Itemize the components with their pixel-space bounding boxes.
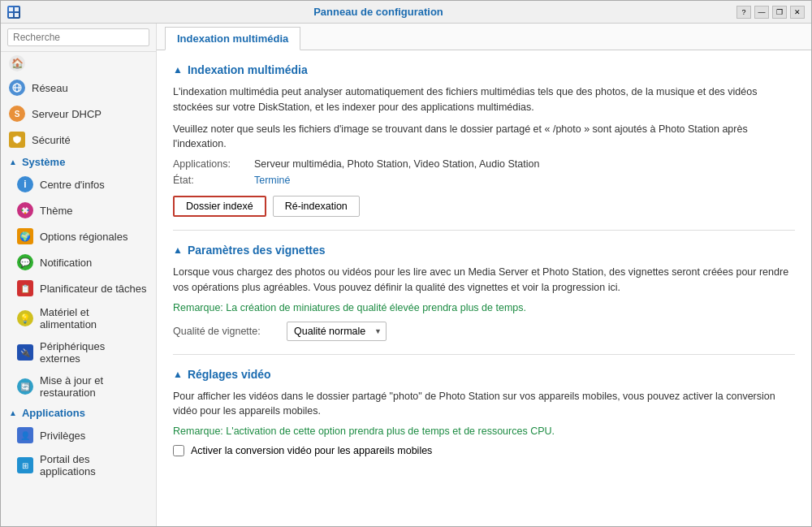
section2-note: Remarque: La création de miniatures de q…	[173, 302, 795, 313]
main-window: Panneau de configuration ? — ❐ ✕ 🏠 Résea	[0, 0, 812, 527]
window-controls: ? — ❐ ✕	[736, 6, 805, 19]
svg-point-10	[24, 212, 26, 214]
notification-icon: 💬	[17, 254, 33, 270]
sidebar-label-mise-a-jour: Mise à jour et restauration	[40, 374, 148, 399]
help-button[interactable]: ?	[736, 6, 751, 19]
sidebar-label-portail: Portail des applications	[40, 453, 148, 477]
sidebar-label-materiel: Matériel et alimentation	[40, 306, 148, 330]
app-icon	[7, 6, 20, 19]
search-container	[1, 24, 156, 52]
titlebar-left	[7, 6, 20, 19]
section2-collapse[interactable]: ▲	[173, 244, 183, 256]
tab-indexation[interactable]: Indexation multimédia	[165, 27, 300, 50]
sidebar-item-reseau[interactable]: Réseau	[1, 75, 156, 101]
applications-row: Applications: Serveur multimédia, Photo …	[173, 158, 795, 170]
applications-value: Serveur multimédia, Photo Station, Video…	[254, 158, 539, 170]
sidebar-label-dhcp: Serveur DHCP	[32, 108, 102, 120]
quality-label: Qualité de vignette:	[173, 326, 287, 337]
etat-row: État: Terminé	[173, 175, 795, 186]
sidebar-item-planificateur[interactable]: 📋 Planificateur de tâches	[1, 275, 156, 301]
section3-collapse[interactable]: ▲	[173, 369, 183, 380]
restore-button[interactable]: ❐	[772, 6, 787, 19]
tab-bar: Indexation multimédia	[157, 24, 811, 50]
sidebar-label-peripheriques: Périphériques externes	[40, 340, 148, 365]
content-body: ▲ Indexation multimédia L'indexation mul…	[157, 50, 811, 526]
external-icon: 🔌	[17, 344, 33, 361]
sidebar-label-notification: Notification	[40, 257, 92, 269]
regional-icon: 🌍	[17, 228, 33, 244]
sidebar-label-privileges: Privilèges	[40, 430, 85, 442]
systeme-arrow: ▲	[9, 158, 17, 166]
sidebar-item-securite[interactable]: Sécurité	[1, 127, 156, 153]
window-title: Panneau de configuration	[20, 6, 736, 18]
sidebar-label-securite: Sécurité	[32, 134, 71, 146]
power-icon: 💡	[17, 310, 33, 326]
main-layout: 🏠 Réseau S Serveur DHCP Sécurité	[1, 24, 811, 526]
quality-select-wrapper: Qualité normale Qualité élevée Qualité b…	[287, 322, 387, 341]
svg-rect-3	[15, 13, 19, 17]
section3-title: Réglages vidéo	[188, 368, 271, 381]
section1-collapse[interactable]: ▲	[173, 64, 183, 76]
sidebar-label-theme: Thème	[40, 205, 72, 217]
checkbox-label: Activer la conversion vidéo pour les app…	[191, 445, 432, 456]
dhcp-icon: S	[9, 106, 25, 122]
section3-note: Remarque: L'activation de cette option p…	[173, 425, 795, 437]
network-icon	[9, 80, 25, 96]
quality-row: Qualité de vignette: Qualité normale Qua…	[173, 322, 795, 341]
minimize-button[interactable]: —	[754, 6, 769, 19]
section1-buttons: Dossier indexé Ré-indexation	[173, 196, 795, 217]
sidebar-item-peripheriques[interactable]: 🔌 Périphériques externes	[1, 335, 156, 369]
close-button[interactable]: ✕	[790, 6, 805, 19]
svg-rect-2	[9, 13, 13, 17]
privileges-icon: 👤	[17, 427, 33, 443]
section3-header: ▲ Réglages vidéo	[173, 368, 795, 381]
sidebar-label-options-regionales: Options régionales	[40, 231, 127, 243]
applications-label: Applications:	[173, 158, 254, 170]
sidebar-item-notification[interactable]: 💬 Notification	[1, 249, 156, 275]
sidebar-section-applications[interactable]: ▲ Applications	[1, 404, 156, 422]
sidebar-item-options-regionales[interactable]: 🌍 Options régionales	[1, 223, 156, 249]
section2-title: Paramètres des vignettes	[188, 244, 326, 257]
checkbox-row: Activer la conversion vidéo pour les app…	[173, 445, 795, 456]
sidebar-item-mise-a-jour[interactable]: 🔄 Mise à jour et restauration	[1, 369, 156, 404]
sidebar-item-theme[interactable]: Thème	[1, 197, 156, 223]
svg-point-8	[24, 206, 26, 208]
dossier-indexe-button[interactable]: Dossier indexé	[173, 196, 266, 217]
section1-title: Indexation multimédia	[188, 63, 308, 76]
portal-icon: ⊞	[17, 457, 33, 473]
sidebar-item-dhcp[interactable]: S Serveur DHCP	[1, 101, 156, 127]
theme-icon	[17, 202, 33, 218]
sidebar-section-systeme-label: Système	[22, 156, 65, 168]
sidebar-item-home[interactable]: 🏠	[1, 52, 156, 75]
content-area: Indexation multimédia ▲ Indexation multi…	[157, 24, 811, 526]
sidebar-section-systeme[interactable]: ▲ Système	[1, 153, 156, 171]
info-icon: i	[17, 176, 33, 192]
svg-rect-0	[9, 7, 13, 11]
etat-value: Terminé	[254, 175, 290, 186]
video-conversion-checkbox[interactable]	[173, 445, 184, 456]
applications-arrow: ▲	[9, 408, 17, 417]
section1-header: ▲ Indexation multimédia	[173, 63, 795, 76]
section1-desc2: Veuillez noter que seuls les fichiers d'…	[173, 122, 795, 153]
sidebar-label-planificateur: Planificateur de tâches	[40, 283, 147, 295]
sidebar-item-centre-infos[interactable]: i Centre d'infos	[1, 171, 156, 197]
svg-point-11	[21, 210, 23, 211]
sidebar-item-privileges[interactable]: 👤 Privilèges	[1, 422, 156, 448]
svg-rect-1	[15, 7, 19, 11]
sidebar-item-portail[interactable]: ⊞ Portail des applications	[1, 448, 156, 482]
divider1	[173, 230, 795, 231]
section1-desc1: L'indexation multimédia peut analyser au…	[173, 84, 795, 115]
reindexation-button[interactable]: Ré-indexation	[273, 196, 360, 217]
security-icon	[9, 132, 25, 148]
section2-header: ▲ Paramètres des vignettes	[173, 244, 795, 257]
scheduler-icon: 📋	[17, 280, 33, 296]
etat-label: État:	[173, 175, 254, 186]
sidebar-section-applications-label: Applications	[22, 407, 85, 419]
section2-desc: Lorsque vous chargez des photos ou vidéo…	[173, 265, 795, 296]
search-input[interactable]	[7, 28, 149, 46]
quality-select[interactable]: Qualité normale Qualité élevée Qualité b…	[287, 322, 387, 341]
update-icon: 🔄	[17, 378, 33, 395]
sidebar-label-reseau: Réseau	[32, 82, 68, 94]
titlebar: Panneau de configuration ? — ❐ ✕	[1, 1, 811, 24]
sidebar-item-materiel[interactable]: 💡 Matériel et alimentation	[1, 301, 156, 335]
